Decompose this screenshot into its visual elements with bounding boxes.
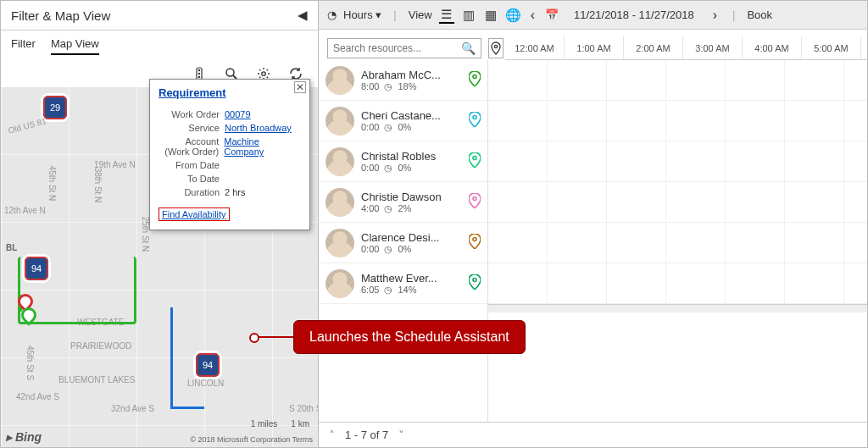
prev-range-icon[interactable]: ‹ xyxy=(527,8,538,23)
next-range-icon[interactable]: › xyxy=(709,8,721,23)
label-duration: Duration xyxy=(159,187,225,197)
callout-annotation: Launches the Schedule Assistant xyxy=(293,320,526,354)
svg-point-12 xyxy=(473,237,476,241)
time-slot: 12:00 AM xyxy=(505,36,565,59)
pin-icon[interactable] xyxy=(469,112,481,130)
resource-hours: 4:00 xyxy=(361,203,379,213)
svg-point-3 xyxy=(198,76,200,78)
resource-hours: 8:00 xyxy=(361,81,379,91)
resource-name: Christie Dawson xyxy=(361,191,462,203)
view-vertical-icon[interactable]: ▥ xyxy=(461,8,476,23)
view-globe-icon[interactable]: 🌐 xyxy=(505,8,520,23)
tab-map-view[interactable]: Map View xyxy=(51,37,99,55)
service-link[interactable]: North Broadway xyxy=(225,123,292,133)
svg-point-1 xyxy=(198,69,200,71)
resource-pct: 18% xyxy=(398,81,416,91)
avatar xyxy=(326,147,354,176)
search-input[interactable] xyxy=(333,42,461,54)
time-slot: 3:00 AM xyxy=(683,36,743,59)
label-work-order: Work Order xyxy=(159,109,225,119)
view-label: View xyxy=(409,8,432,21)
hwy-29-shield: 29 xyxy=(43,96,67,119)
resource-name: Abraham McC... xyxy=(361,69,462,81)
resource-name: Clarence Desi... xyxy=(361,231,462,244)
close-icon[interactable]: ✕ xyxy=(294,81,306,93)
resource-hours: 0:00 xyxy=(361,122,379,132)
road-label: 45th St S xyxy=(25,346,35,380)
view-grid-icon[interactable]: ▦ xyxy=(483,8,498,23)
timeline-row[interactable] xyxy=(488,263,867,304)
account-link[interactable]: Machine Company xyxy=(224,136,264,157)
clock-icon: ◷ xyxy=(384,81,392,92)
resource-name: Christal Robles xyxy=(361,150,462,163)
time-slot: 1:00 AM xyxy=(565,36,624,59)
page-down-icon[interactable]: ˅ xyxy=(398,429,404,442)
book-button[interactable]: Book xyxy=(747,8,772,21)
date-range[interactable]: 11/21/2018 - 11/27/2018 xyxy=(574,8,694,21)
clock-icon: ◷ xyxy=(384,122,392,133)
avatar xyxy=(326,229,354,257)
road-label: PRAIRIEWOOD xyxy=(70,341,131,351)
pin-icon[interactable] xyxy=(469,152,481,171)
timeline-row[interactable] xyxy=(488,223,867,263)
pin-icon[interactable] xyxy=(469,274,481,293)
hours-dropdown[interactable]: Hours ▾ xyxy=(343,8,381,21)
resource-row[interactable]: Christal Robles 0:00 ◷ 0% xyxy=(319,141,487,182)
timeline-row[interactable] xyxy=(488,141,867,182)
road-label: BLUEMONT LAKES xyxy=(58,375,135,384)
resource-row[interactable]: Cheri Castane... 0:00 ◷ 0% xyxy=(319,101,487,141)
horizontal-scrollbar[interactable] xyxy=(488,304,867,312)
resource-pct: 0% xyxy=(398,122,411,132)
resource-hours: 0:00 xyxy=(361,163,379,173)
view-list-icon[interactable]: ☰ xyxy=(439,7,454,24)
clock-icon: ◷ xyxy=(384,285,392,296)
resource-row[interactable]: Matthew Ever... 6:05 ◷ 14% xyxy=(319,263,487,304)
resource-hours: 6:05 xyxy=(361,285,379,295)
road-label: BL xyxy=(6,243,17,252)
svg-point-4 xyxy=(226,69,234,76)
svg-point-6 xyxy=(262,72,265,75)
requirement-link[interactable]: Requirement xyxy=(159,86,225,99)
page-up-icon[interactable]: ˄ xyxy=(329,429,335,442)
clock-icon: ◷ xyxy=(384,163,392,174)
timeline-row[interactable] xyxy=(488,60,867,101)
label-service: Service xyxy=(159,123,225,133)
label-to-date: To Date xyxy=(159,174,225,184)
work-order-link[interactable]: 00079 xyxy=(225,109,251,119)
road-label: 12th Ave N xyxy=(4,206,46,215)
time-slot: 4:00 AM xyxy=(743,36,802,59)
panel-title: Filter & Map View xyxy=(11,8,110,23)
pagination-range: 1 - 7 of 7 xyxy=(345,429,388,441)
pin-icon[interactable] xyxy=(469,234,481,252)
svg-point-13 xyxy=(473,278,476,281)
tab-filter[interactable]: Filter xyxy=(11,37,36,55)
time-slot: 2:00 AM xyxy=(624,36,683,59)
clock-icon: ◷ xyxy=(384,244,392,255)
label-from-date: From Date xyxy=(159,160,225,170)
resource-hours: 0:00 xyxy=(361,244,379,254)
clock-icon: ◔ xyxy=(327,8,337,21)
pin-icon[interactable] xyxy=(469,193,481,212)
map-scale: 1 miles 1 km xyxy=(251,419,309,429)
timeline-row[interactable] xyxy=(488,101,867,141)
collapse-left-icon[interactable]: ◀ xyxy=(298,8,308,23)
road-label: S 20th St xyxy=(289,404,318,413)
svg-point-11 xyxy=(473,196,476,200)
calendar-icon[interactable]: 📅 xyxy=(545,8,559,21)
svg-point-9 xyxy=(473,115,476,119)
find-availability-link[interactable]: Find Availability xyxy=(159,207,230,221)
resource-name: Matthew Ever... xyxy=(361,272,462,285)
pin-icon[interactable] xyxy=(469,71,481,90)
resource-row[interactable]: Christie Dawson 4:00 ◷ 2% xyxy=(319,182,487,223)
road-label: 42nd Ave S xyxy=(16,392,59,401)
resource-row[interactable]: Clarence Desi... 0:00 ◷ 0% xyxy=(319,223,487,263)
avatar xyxy=(326,107,354,136)
callout-connector xyxy=(254,336,293,338)
timeline-row[interactable] xyxy=(488,182,867,223)
resource-row[interactable]: Abraham McC... 8:00 ◷ 18% xyxy=(319,60,487,101)
road-label: 38th St N xyxy=(93,168,103,203)
location-icon[interactable] xyxy=(488,38,504,58)
bing-logo: ▸ Bing xyxy=(6,430,42,444)
search-icon[interactable]: 🔍 xyxy=(461,41,476,55)
resource-pct: 0% xyxy=(398,244,411,254)
